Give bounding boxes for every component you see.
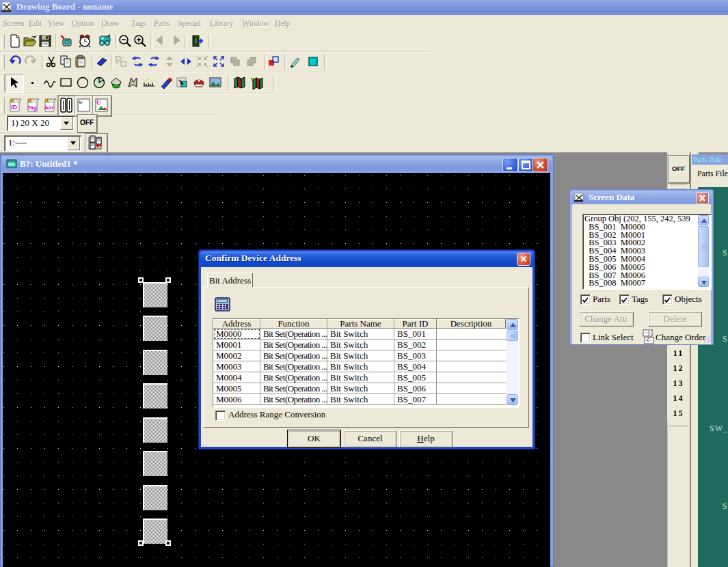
- svg-text:Tag: Tag: [27, 105, 37, 111]
- svg-text:ID: ID: [11, 104, 18, 111]
- svg-text:w: w: [79, 99, 83, 105]
- svg-text:Adr: Adr: [44, 105, 54, 111]
- svg-text:U: U: [96, 99, 101, 106]
